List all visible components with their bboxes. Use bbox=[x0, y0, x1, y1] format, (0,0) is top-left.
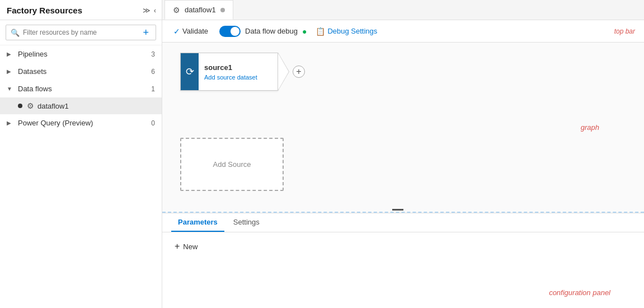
validate-label: Validate bbox=[182, 27, 208, 35]
active-dot-icon bbox=[18, 104, 22, 108]
collapse-icon[interactable]: ‹ bbox=[154, 6, 156, 15]
source-node: ⟳ source1 Add source dataset + bbox=[180, 53, 305, 91]
nav-count-dataflows: 1 bbox=[146, 85, 155, 93]
nav-count-powerquery: 0 bbox=[146, 119, 155, 127]
add-resource-button[interactable]: + bbox=[140, 27, 151, 38]
chevron-right-icon: ▶ bbox=[7, 68, 13, 74]
tab-dataflow1[interactable]: ⚙ dataflow1 bbox=[164, 0, 233, 20]
source-card-arrow-inner bbox=[278, 53, 289, 90]
config-annotation: configuration panel bbox=[549, 288, 610, 297]
toolbar-annotation: top bar bbox=[614, 27, 635, 35]
graph-area: ⟳ source1 Add source dataset + Add Sourc… bbox=[162, 43, 644, 213]
dataflow-icon: ⚙ bbox=[27, 101, 34, 110]
tab-settings[interactable]: Settings bbox=[227, 213, 266, 232]
tab-label: dataflow1 bbox=[185, 6, 216, 14]
debug-settings-label: Debug Settings bbox=[327, 27, 377, 35]
toggle-knob bbox=[231, 27, 239, 36]
plus-icon: + bbox=[175, 241, 180, 251]
sidebar-dataflow1-label: dataflow1 bbox=[37, 102, 69, 110]
debug-on-icon: ● bbox=[302, 27, 307, 36]
nav-label-datasets: Datasets bbox=[18, 67, 146, 76]
source-card-body: source1 Add source dataset bbox=[199, 53, 278, 90]
nav-count-pipelines: 3 bbox=[146, 50, 155, 58]
sidebar-item-powerquery[interactable]: ▶ Power Query (Preview) 0 bbox=[0, 114, 162, 132]
sidebar-header-icons: ≫ ‹ bbox=[143, 6, 156, 15]
source-card-left-bar: ⟳ bbox=[181, 53, 199, 90]
config-panel: Parameters Settings + New configuration … bbox=[162, 213, 644, 308]
add-source-button[interactable]: Add Source bbox=[180, 138, 284, 191]
minimize-bar[interactable] bbox=[392, 209, 403, 211]
toolbar: ✓ Validate Data flow debug ● 📋 Debug Set… bbox=[162, 20, 644, 43]
sidebar-item-dataflow1[interactable]: ⚙ dataflow1 bbox=[0, 97, 162, 114]
sidebar-item-pipelines[interactable]: ▶ Pipelines 3 bbox=[0, 45, 162, 63]
search-input[interactable] bbox=[23, 29, 137, 36]
sidebar-header: Factory Resources ≫ ‹ bbox=[0, 0, 162, 20]
validate-button[interactable]: ✓ Validate bbox=[171, 26, 210, 37]
chevron-right-icon: ▶ bbox=[7, 51, 13, 57]
nav-label-pipelines: Pipelines bbox=[18, 50, 146, 58]
add-source-label: Add Source bbox=[213, 160, 251, 169]
source-card-wrapper: ⟳ source1 Add source dataset + bbox=[180, 53, 305, 91]
config-tabs: Parameters Settings bbox=[162, 213, 644, 232]
debug-settings-icon: 📋 bbox=[316, 27, 325, 36]
sidebar-search: 🔍 + bbox=[0, 20, 162, 45]
tab-bar: ⚙ dataflow1 bbox=[162, 0, 644, 20]
chevron-down-icon: ▼ bbox=[7, 86, 13, 92]
nav-count-datasets: 6 bbox=[146, 68, 155, 76]
debug-toggle-group: Data flow debug ● bbox=[219, 26, 307, 37]
sidebar-title: Factory Resources bbox=[7, 6, 82, 15]
add-transform-button[interactable]: + bbox=[293, 66, 305, 78]
new-parameter-button[interactable]: + New bbox=[171, 239, 201, 254]
nav-label-dataflows: Data flows bbox=[18, 85, 146, 93]
search-box: 🔍 + bbox=[6, 25, 156, 40]
sidebar: Factory Resources ≫ ‹ 🔍 + ▶ Pipelines 3 … bbox=[0, 0, 162, 308]
sidebar-item-datasets[interactable]: ▶ Datasets 6 bbox=[0, 63, 162, 80]
new-label: New bbox=[183, 242, 198, 251]
source-flow-icon: ⟳ bbox=[186, 66, 194, 78]
search-icon: 🔍 bbox=[11, 29, 20, 37]
source-name: source1 bbox=[204, 63, 272, 72]
source-dataset-link[interactable]: Add source dataset bbox=[204, 74, 272, 81]
main-area: ⚙ dataflow1 ✓ Validate Data flow debug ●… bbox=[162, 0, 644, 308]
debug-settings-button[interactable]: 📋 Debug Settings bbox=[316, 27, 377, 36]
tab-parameters[interactable]: Parameters bbox=[171, 213, 224, 232]
tab-unsaved-dot bbox=[220, 8, 225, 12]
tab-dataflow-icon: ⚙ bbox=[173, 6, 180, 15]
sidebar-nav: ▶ Pipelines 3 ▶ Datasets 6 ▼ Data flows … bbox=[0, 45, 162, 308]
nav-label-powerquery: Power Query (Preview) bbox=[18, 119, 146, 127]
collapse-double-icon[interactable]: ≫ bbox=[143, 6, 151, 15]
sidebar-item-dataflows[interactable]: ▼ Data flows 1 bbox=[0, 80, 162, 97]
source-card[interactable]: ⟳ source1 Add source dataset bbox=[180, 53, 278, 91]
check-icon: ✓ bbox=[173, 27, 180, 36]
debug-toggle-switch[interactable] bbox=[219, 26, 241, 37]
config-content: + New configuration panel bbox=[162, 232, 644, 308]
source-card-arrow-outer bbox=[278, 53, 289, 91]
graph-annotation: graph bbox=[581, 123, 599, 132]
chevron-right-icon: ▶ bbox=[7, 120, 13, 126]
debug-label: Data flow debug bbox=[245, 27, 298, 35]
